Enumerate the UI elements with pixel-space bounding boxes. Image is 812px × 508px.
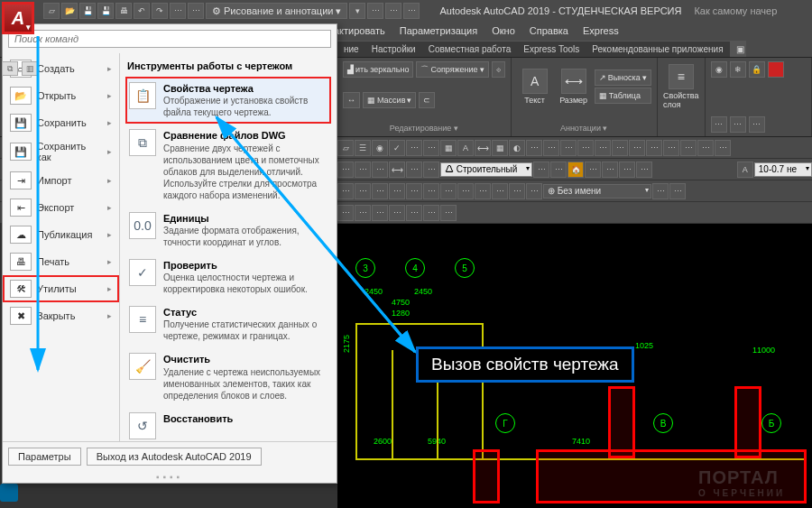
ribbon-tab[interactable]: Рекомендованные приложения bbox=[586, 41, 729, 57]
tool-item[interactable]: ⧉Сравнение файлов DWGСравнение двух черт… bbox=[125, 124, 331, 206]
leader-button[interactable]: ↗Выноска▾ bbox=[595, 69, 651, 86]
tool-item[interactable]: 0.0ЕдиницыЗадание формата отображения, т… bbox=[125, 207, 331, 254]
tool-icon[interactable]: ⋯ bbox=[355, 162, 371, 178]
tool-item[interactable]: 🧹ОчиститьУдаление с чертежа неиспользуем… bbox=[125, 347, 331, 406]
qat-icon[interactable]: ⋯ bbox=[385, 3, 401, 19]
qat-icon[interactable]: ▾ bbox=[349, 3, 365, 19]
options-button[interactable]: Параметры bbox=[8, 448, 81, 466]
resize-grip[interactable]: ▪▪▪▪ bbox=[3, 471, 337, 483]
panel-title[interactable]: Редактирование ▾ bbox=[343, 122, 505, 133]
tool-icon[interactable]: ⋯ bbox=[457, 183, 474, 199]
tool-icon[interactable]: ⋯ bbox=[533, 162, 549, 178]
ribbon-tab-extra-icon[interactable]: ▣ bbox=[730, 41, 746, 57]
tool-icon[interactable]: ⋯ bbox=[389, 183, 405, 199]
qat-icon[interactable]: ⋯ bbox=[188, 3, 204, 19]
rib-button[interactable]: ⊂ bbox=[419, 92, 435, 108]
tool-icon[interactable]: ⋯ bbox=[636, 162, 652, 178]
mirror-button[interactable]: ▟ить зеркально bbox=[343, 61, 413, 78]
scale-dropdown[interactable]: 10-0.7 не bbox=[754, 162, 812, 177]
tool-icon[interactable]: ⋯ bbox=[355, 183, 371, 199]
application-menu-button[interactable]: A bbox=[2, 2, 34, 34]
rib-button[interactable]: ⟐ bbox=[492, 61, 505, 78]
tool-icon[interactable]: ⋯ bbox=[406, 205, 422, 221]
appmenu-item-утилиты[interactable]: 🛠Утилиты▸ bbox=[3, 275, 119, 302]
tool-icon[interactable]: ⋯ bbox=[372, 205, 388, 221]
qat-undo-icon[interactable]: ↶ bbox=[134, 3, 150, 19]
recent-docs-icon[interactable]: ⧉ bbox=[2, 61, 18, 76]
tool-icon[interactable]: A bbox=[457, 140, 474, 156]
tool-item[interactable]: ✓ПроверитьОценка целостности чертежа и к… bbox=[125, 254, 331, 300]
ribbon-tab[interactable]: Совместная работа bbox=[422, 41, 518, 57]
appmenu-item-сохранить[interactable]: 💾Сохранить▸ bbox=[3, 109, 119, 136]
tool-icon[interactable]: ⋯ bbox=[406, 183, 422, 199]
qat-plot-icon[interactable]: 🖶 bbox=[115, 3, 132, 19]
menu-item[interactable]: Express bbox=[576, 23, 626, 38]
tool-icon[interactable]: ⋯ bbox=[372, 162, 388, 178]
tool-icon[interactable]: ⋯ bbox=[697, 140, 714, 156]
ribbon-tab[interactable]: ние bbox=[337, 41, 365, 57]
dimstyle-dropdown[interactable]: 🛆 Строительный bbox=[440, 162, 532, 177]
tool-icon[interactable]: ⋯ bbox=[526, 140, 542, 156]
layer-icon[interactable]: ⋯ bbox=[749, 116, 765, 133]
tool-icon[interactable]: ◐ bbox=[509, 140, 525, 156]
taskbar-icon[interactable] bbox=[0, 484, 18, 502]
layer-icon[interactable]: ⋯ bbox=[730, 116, 746, 133]
tool-icon[interactable]: ⋯ bbox=[423, 162, 439, 178]
tool-icon[interactable]: ⋯ bbox=[389, 205, 405, 221]
qat-new-icon[interactable]: ▱ bbox=[43, 3, 60, 19]
search-input[interactable] bbox=[8, 30, 331, 48]
tool-icon[interactable]: ⋯ bbox=[550, 162, 567, 178]
ribbon-tab[interactable]: Настройки bbox=[365, 41, 422, 57]
appmenu-item-публикация[interactable]: ☁Публикация▸ bbox=[3, 221, 119, 248]
tool-icon[interactable]: ⟷ bbox=[389, 162, 405, 178]
qat-icon[interactable]: ⋯ bbox=[403, 3, 420, 19]
tool-icon[interactable]: ⋯ bbox=[440, 205, 457, 221]
layer-icon[interactable]: ❄ bbox=[730, 61, 746, 78]
tool-icon[interactable]: ⋯ bbox=[475, 183, 491, 199]
tool-icon[interactable]: ⋯ bbox=[652, 183, 669, 199]
tool-icon[interactable]: ⟷ bbox=[475, 140, 491, 156]
tool-icon[interactable]: ⋯ bbox=[492, 183, 508, 199]
qat-redo-icon[interactable]: ↷ bbox=[152, 3, 168, 19]
menu-item[interactable]: Окно bbox=[484, 23, 522, 38]
tool-icon[interactable]: ⋯ bbox=[663, 140, 679, 156]
tool-icon[interactable]: ⋯ bbox=[423, 205, 439, 221]
tool-icon[interactable]: ⋯ bbox=[526, 183, 542, 199]
array-button[interactable]: ▦Массив▾ bbox=[363, 92, 416, 108]
tool-icon[interactable]: ⋯ bbox=[509, 183, 525, 199]
tool-icon[interactable]: ⋯ bbox=[585, 162, 601, 178]
tool-item[interactable]: ≡СтатусПолучение статистических данных о… bbox=[125, 300, 331, 347]
appmenu-item-открыть[interactable]: 📂Открыть▸ bbox=[3, 82, 119, 109]
tool-icon[interactable]: ⋯ bbox=[423, 140, 439, 156]
workspace-dropdown[interactable]: ⚙ Рисование и аннотации ▾ bbox=[206, 3, 347, 19]
tool-icon[interactable]: ⋯ bbox=[406, 162, 422, 178]
tool-icon[interactable]: ⋯ bbox=[715, 140, 731, 156]
tool-item[interactable]: 📋Свойства чертежаОтображение и установка… bbox=[125, 77, 331, 124]
menu-item[interactable]: Справка bbox=[522, 23, 576, 38]
layer-icon[interactable]: ◉ bbox=[711, 61, 727, 78]
layer-properties-button[interactable]: ≡Свойства слоя bbox=[663, 61, 699, 112]
exit-button[interactable]: Выход из Autodesk AutoCAD 2019 bbox=[87, 448, 262, 466]
fillet-button[interactable]: ⌒Сопряжение▾ bbox=[416, 61, 488, 78]
tool-icon[interactable]: ⋯ bbox=[423, 183, 439, 199]
appmenu-item-экспорт[interactable]: ⇤Экспорт▸ bbox=[3, 194, 119, 221]
tool-icon[interactable]: ⋯ bbox=[629, 140, 645, 156]
open-docs-icon[interactable]: ▥ bbox=[22, 61, 38, 76]
qat-save-icon[interactable]: 💾 bbox=[79, 3, 96, 19]
tool-icon[interactable]: ⋯ bbox=[337, 183, 354, 199]
tool-icon[interactable]: ⋯ bbox=[440, 183, 457, 199]
ribbon-tab[interactable]: Express Tools bbox=[517, 41, 586, 57]
table-button[interactable]: ▦Таблица bbox=[595, 88, 651, 104]
rib-button[interactable]: ↔ bbox=[343, 92, 360, 108]
layerstate-dropdown[interactable]: ⊕ Без имени bbox=[543, 184, 651, 199]
tool-icon[interactable]: ☰ bbox=[355, 140, 371, 156]
appmenu-item-закрыть[interactable]: ✖Закрыть▸ bbox=[3, 302, 119, 329]
tool-icon[interactable]: ⋯ bbox=[619, 162, 635, 178]
tool-icon[interactable]: ⋯ bbox=[337, 162, 354, 178]
tool-icon[interactable]: ✓ bbox=[389, 140, 405, 156]
tool-icon[interactable]: ⋯ bbox=[595, 140, 611, 156]
tool-icon[interactable]: ⋯ bbox=[646, 140, 662, 156]
text-button[interactable]: AТекст bbox=[517, 61, 553, 112]
tool-icon[interactable]: ◉ bbox=[372, 140, 388, 156]
panel-title[interactable]: Аннотации ▾ bbox=[517, 122, 651, 133]
